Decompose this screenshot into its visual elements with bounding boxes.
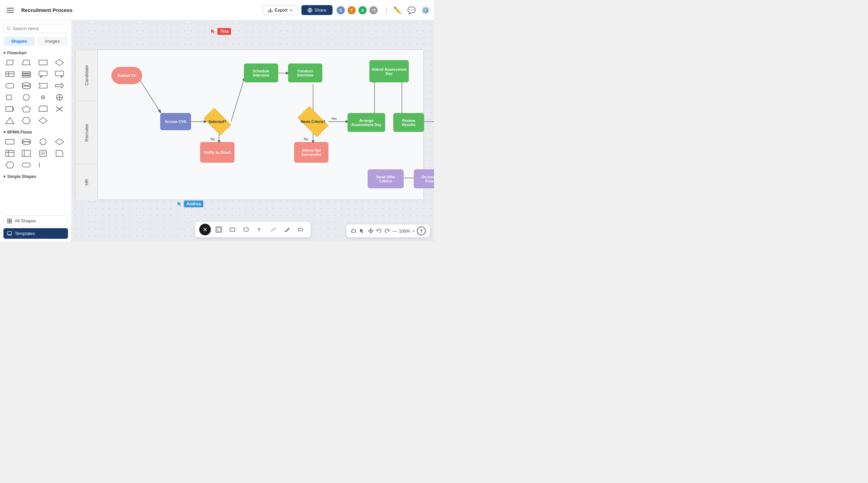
shape-callout[interactable]	[37, 69, 50, 79]
shape-cylinder[interactable]	[20, 81, 33, 91]
search-input[interactable]	[13, 26, 65, 31]
zoom-out-button[interactable]: —	[392, 229, 397, 234]
edit-icon[interactable]: ✏️	[393, 6, 402, 14]
bpmn-start[interactable]	[3, 137, 16, 147]
shape-trapezoid[interactable]	[20, 57, 33, 68]
svg-marker-34	[39, 106, 47, 111]
avatar-a: A	[358, 5, 367, 15]
node-conduct-interview[interactable]: Conduct Interview	[288, 64, 322, 82]
cursor-tool[interactable]	[360, 228, 366, 234]
swimlane-candidate: Candidate	[76, 50, 98, 101]
move-tool[interactable]	[368, 228, 374, 234]
node-onboarding[interactable]: On-boarding Process	[414, 169, 434, 188]
shape-star[interactable]	[37, 92, 50, 102]
label-tool[interactable]	[295, 224, 307, 235]
shape-pentagon[interactable]	[20, 104, 33, 114]
shape-callout2[interactable]	[53, 69, 66, 79]
bpmn-table[interactable]	[3, 148, 16, 158]
templates-button[interactable]: Templates	[3, 228, 68, 239]
shape-rect[interactable]	[37, 57, 50, 68]
shape-diamond[interactable]	[53, 57, 66, 68]
shape-arrow-right[interactable]	[53, 81, 66, 91]
bpmn-list2[interactable]	[20, 148, 33, 158]
shape-cross[interactable]	[53, 92, 66, 102]
bpmn-circle[interactable]	[37, 137, 50, 147]
bpmn-hexagon[interactable]	[3, 160, 16, 170]
shape-table[interactable]	[3, 69, 16, 79]
rect-tool[interactable]	[227, 224, 238, 235]
node-screen-cvs[interactable]: Screen CVS	[160, 113, 191, 130]
zoom-in-button[interactable]: +	[412, 229, 415, 234]
bpmn-shapes	[3, 137, 68, 170]
redo-icon	[384, 228, 390, 234]
node-inform-not1[interactable]: Inform Not Successful	[294, 142, 328, 163]
node-schedule-interview[interactable]: Schedule Interview	[244, 64, 278, 82]
node-selected[interactable]: Selected?	[204, 113, 231, 130]
svg-rect-6	[39, 60, 47, 65]
comment-icon[interactable]: 💬	[407, 6, 416, 14]
shape-delay[interactable]	[3, 104, 16, 114]
bpmn-db[interactable]	[20, 137, 33, 147]
shape-notched-rect[interactable]	[37, 81, 50, 91]
menu-button[interactable]	[4, 4, 16, 16]
svg-rect-58	[8, 221, 9, 223]
bpmn-page[interactable]	[53, 148, 66, 158]
cloud-save-button[interactable]	[351, 227, 357, 234]
shape-triangle[interactable]	[3, 115, 16, 126]
shape-list[interactable]	[20, 69, 33, 79]
shape-diamond2[interactable]	[37, 115, 50, 126]
frame-tool[interactable]	[213, 224, 225, 235]
more-options-button[interactable]: ⋮	[383, 6, 390, 14]
export-button[interactable]: Export	[263, 5, 298, 15]
svg-marker-17	[61, 76, 63, 78]
zoom-level: 100%	[399, 229, 410, 234]
chevron-down-icon: ▾	[3, 51, 5, 55]
settings-icon[interactable]: ⚙️	[421, 6, 430, 14]
sidebar: Shapes Images ▾ Flowchart	[0, 20, 72, 242]
all-shapes-button[interactable]: All Shapes	[3, 216, 68, 226]
node-send-offer[interactable]: Send Offer Letters	[368, 169, 404, 188]
node-notify-email[interactable]: Notify by Email	[200, 142, 234, 163]
shape-x[interactable]	[53, 104, 66, 114]
section-flowchart[interactable]: ▾ Flowchart	[3, 51, 68, 55]
svg-rect-32	[6, 107, 13, 111]
collaborators: S T A +3	[336, 5, 378, 15]
node-submit-cv[interactable]: Submit CV	[111, 67, 142, 84]
shape-rounded-rect[interactable]	[3, 81, 16, 91]
search-box[interactable]	[3, 24, 68, 33]
svg-text:Yes: Yes	[331, 117, 337, 121]
shape-hexagon[interactable]	[20, 115, 33, 126]
section-simple[interactable]: ▾ Simple Shapes	[3, 174, 68, 179]
bpmn-diamond[interactable]	[53, 137, 66, 147]
node-attend-assessment[interactable]: Attend Assessment Day	[369, 60, 409, 82]
move-icon	[368, 228, 374, 234]
shape-rect-cut[interactable]	[37, 104, 50, 114]
swimlane-hr: HR	[76, 164, 98, 200]
node-review-results[interactable]: Review Results	[393, 113, 424, 132]
share-button[interactable]: Share	[301, 5, 333, 15]
bpmn-bracket[interactable]	[37, 160, 50, 170]
tab-images[interactable]: Images	[37, 37, 68, 46]
redo-button[interactable]	[384, 228, 390, 234]
line-tool[interactable]	[268, 224, 279, 235]
tab-shapes[interactable]: Shapes	[3, 37, 35, 46]
export-icon	[268, 8, 273, 13]
shape-circle[interactable]	[20, 92, 33, 102]
close-tool[interactable]: ✕	[199, 224, 211, 235]
canvas-area[interactable]: Tina Shiva David Andrea Candidate Recrui…	[72, 20, 434, 242]
undo-button[interactable]	[376, 228, 382, 234]
bpmn-doc[interactable]	[37, 148, 50, 158]
help-button[interactable]: ?	[417, 226, 426, 235]
bpmn-rounded[interactable]	[20, 160, 33, 170]
bottom-right-toolbar: — 100% + ?	[347, 224, 430, 237]
svg-rect-40	[6, 139, 14, 144]
rounded-tool[interactable]	[240, 224, 252, 235]
node-meets-criteria[interactable]: Meets Criteria?	[298, 113, 328, 130]
shape-square[interactable]	[3, 92, 16, 102]
shape-parallelogram[interactable]	[3, 57, 16, 68]
node-arrange-assessment[interactable]: Arrange Assessment Day	[348, 113, 385, 132]
section-bpmn[interactable]: ▾ BPMN Flows	[3, 130, 68, 135]
text-tool[interactable]: T	[254, 224, 266, 235]
pen-tool[interactable]	[281, 224, 293, 235]
cursor-andrea: Andrea	[178, 201, 203, 207]
